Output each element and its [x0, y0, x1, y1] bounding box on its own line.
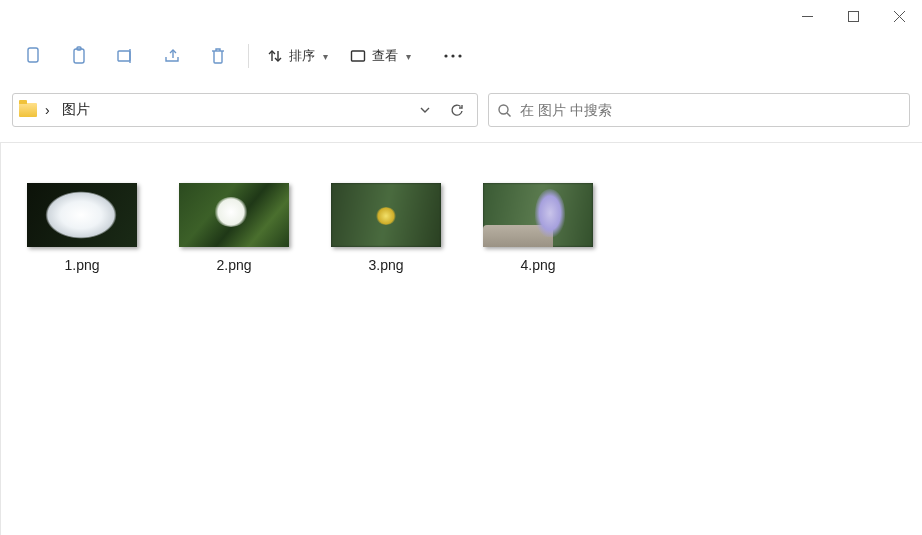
rename-button[interactable] — [104, 38, 148, 74]
breadcrumb-separator: › — [41, 100, 54, 120]
thumbnail — [483, 183, 593, 247]
refresh-button[interactable] — [443, 96, 471, 124]
thumbnail — [27, 183, 137, 247]
toolbar: 排序 ▾ 查看 ▾ — [0, 32, 922, 80]
chevron-down-icon: ▾ — [406, 51, 411, 62]
svg-point-11 — [444, 54, 447, 57]
sort-button[interactable]: 排序 ▾ — [257, 38, 338, 74]
thumbnail — [331, 183, 441, 247]
file-item[interactable]: 4.png — [483, 183, 593, 502]
svg-rect-5 — [74, 49, 84, 63]
breadcrumb-dropdown[interactable] — [411, 96, 439, 124]
folder-icon — [19, 103, 37, 117]
search-box[interactable] — [488, 93, 910, 127]
sort-label: 排序 — [289, 47, 315, 65]
file-name: 4.png — [520, 257, 555, 273]
thumbnail — [179, 183, 289, 247]
paste-button[interactable] — [58, 38, 102, 74]
breadcrumb-folder[interactable]: 图片 — [58, 99, 94, 121]
file-item[interactable]: 2.png — [179, 183, 289, 502]
delete-button[interactable] — [196, 38, 240, 74]
svg-rect-10 — [352, 51, 365, 61]
svg-rect-4 — [28, 48, 38, 62]
toolbar-separator — [248, 44, 249, 68]
close-button[interactable] — [876, 0, 922, 32]
view-icon — [350, 48, 366, 64]
file-name: 3.png — [368, 257, 403, 273]
more-button[interactable] — [431, 38, 475, 74]
svg-line-15 — [507, 113, 511, 117]
sort-icon — [267, 48, 283, 64]
svg-point-13 — [458, 54, 461, 57]
minimize-button[interactable] — [784, 0, 830, 32]
svg-rect-7 — [118, 51, 130, 61]
file-grid: 1.png 2.png 3.png 4.png — [0, 142, 922, 535]
file-item[interactable]: 1.png — [27, 183, 137, 502]
file-name: 2.png — [216, 257, 251, 273]
svg-rect-1 — [848, 11, 858, 21]
view-button[interactable]: 查看 ▾ — [340, 38, 421, 74]
address-row: › 图片 — [0, 90, 922, 130]
chevron-down-icon: ▾ — [323, 51, 328, 62]
maximize-button[interactable] — [830, 0, 876, 32]
file-name: 1.png — [64, 257, 99, 273]
svg-point-14 — [499, 105, 508, 114]
search-input[interactable] — [520, 102, 901, 118]
address-bar[interactable]: › 图片 — [12, 93, 478, 127]
view-label: 查看 — [372, 47, 398, 65]
svg-point-12 — [451, 54, 454, 57]
search-icon — [497, 103, 512, 118]
share-button[interactable] — [150, 38, 194, 74]
window-controls — [0, 0, 922, 32]
file-item[interactable]: 3.png — [331, 183, 441, 502]
copy-button[interactable] — [12, 38, 56, 74]
